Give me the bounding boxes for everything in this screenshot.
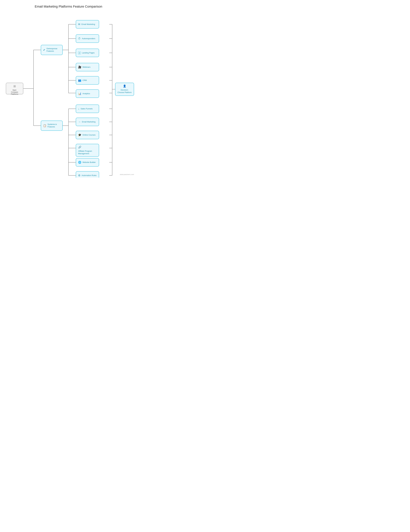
link-icon: 🔗 (78, 146, 81, 149)
funnel-icon: ↓ (78, 107, 79, 110)
feature-label: Landing Pages (82, 52, 95, 54)
feature-label: Automation Rules (82, 174, 97, 177)
feature-label: Email Marketing (81, 23, 95, 26)
start-label: Start: Compare Platforms (8, 89, 21, 95)
feature-email-marketing: ✉ Email Marketing (76, 20, 99, 28)
feature-crm: 👥 CRM (76, 76, 99, 85)
camera-icon: 🎥 (78, 66, 81, 69)
timer-icon: ⏱ (78, 37, 81, 40)
plus-icon: ⊞ (13, 85, 16, 88)
feature-website-builder: 🌐 Website Builder (76, 158, 99, 167)
person-icon: 👤 (123, 85, 126, 88)
arrow-icon: → (78, 120, 81, 124)
decision-label: Decision: Choose Platform (117, 89, 132, 94)
feature-email-marketing-2: → Email Marketing (76, 118, 99, 126)
email-icon: ✉ (78, 23, 80, 26)
watermark: www.passivern.com (120, 173, 134, 175)
feature-label: CRM (82, 79, 87, 82)
feature-label: Website Builder (82, 161, 96, 164)
feature-sales-funnels: ↓ Sales Funnels (76, 104, 99, 113)
feature-label: Autoresponders (82, 38, 95, 40)
page-title: Email Marketing Platforms Feature Compar… (0, 0, 137, 11)
feature-label: Analytics (82, 93, 90, 95)
systemeio-node: 📋 Systeme.io Features (41, 121, 63, 131)
feature-landing-pages: # Landing Pages (76, 49, 99, 57)
globe-icon: 🌐 (78, 161, 81, 164)
feature-analytics: 📊 Analytics (76, 89, 99, 98)
getresponse-label: Getresponse Features (47, 48, 60, 52)
feature-label: Online Courses (82, 134, 96, 136)
gear-email-icon: ⚙ (78, 174, 80, 177)
feature-label: Affiliate Program Management (78, 150, 97, 155)
crm-icon: 👥 (78, 79, 81, 82)
feature-online-courses: 🎓 Online Courses (76, 131, 99, 139)
feature-autoresponders: ⏱ Autoresponders (76, 34, 99, 43)
feature-affiliate-program: 🔗 Affiliate Program Management (76, 144, 99, 157)
systemeio-label: Systeme.io Features (48, 123, 60, 128)
chart-icon: 📊 (78, 92, 81, 95)
diagram: ⊞ Start: Compare Platforms ✔ Getresponse… (0, 11, 137, 177)
feature-label: Webinars (82, 66, 90, 68)
decision-node: 👤 Decision: Choose Platform (115, 83, 134, 96)
feature-webinars: 🎥 Webinars (76, 63, 99, 71)
feature-label: Email Marketing (82, 121, 96, 123)
clipboard-icon: 📋 (43, 124, 46, 127)
getresponse-node: ✔ Getresponse Features (41, 45, 63, 55)
check-icon: ✔ (43, 48, 45, 52)
hash-icon: # (78, 51, 81, 55)
graduation-icon: 🎓 (78, 133, 81, 137)
feature-label: Sales Funnels (81, 108, 93, 110)
feature-automation-rules: ⚙ Automation Rules (76, 171, 99, 178)
start-node: ⊞ Start: Compare Platforms (6, 83, 23, 94)
